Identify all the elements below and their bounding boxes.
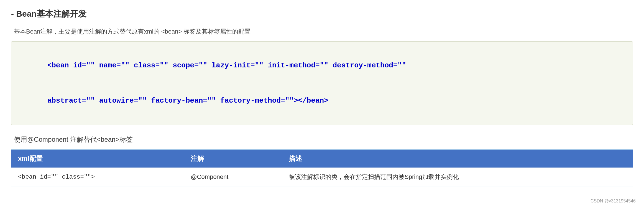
code-attr-factory-bean: factory-bean="" (147, 97, 216, 105)
table-header-annotation: 注解 (184, 150, 282, 168)
code-tag-open: <bean (47, 61, 69, 70)
watermark: CSDN @y3131954546 (591, 199, 636, 204)
code-block: <bean id="" name="" class="" scope="" la… (11, 41, 633, 125)
annotation-table: xml配置 注解 描述 <bean id="" class=""> @Compo… (11, 149, 633, 186)
table-header-description: 描述 (282, 150, 633, 168)
code-attr-class: class="" (129, 61, 168, 70)
table-row: <bean id="" class=""> @Component 被该注解标识的… (11, 168, 633, 186)
code-attr-init: init-method="" (264, 61, 328, 70)
code-attr-factory-method: factory-method="" (216, 97, 294, 105)
page-container: - Bean基本注解开发 基本Bean注解，主要是使用注解的方式替代原有xml的… (11, 8, 633, 186)
code-attr-destroy: destroy-method="" (328, 61, 406, 70)
component-description: 使用@Component 注解替代<bean>标签 (11, 135, 633, 144)
table-header-xml: xml配置 (11, 150, 184, 168)
code-tag-close: ></bean> (294, 97, 328, 105)
code-line-2: abstract="" autowire="" factory-bean="" … (21, 85, 623, 117)
code-attr-name: name="" (95, 61, 129, 70)
section-description: 基本Bean注解，主要是使用注解的方式替代原有xml的 <bean> 标签及其标… (11, 27, 633, 36)
table-cell-description: 被该注解标识的类，会在指定扫描范围内被Spring加载并实例化 (282, 168, 633, 186)
code-attr-scope: scope="" (168, 61, 207, 70)
page-title: - Bean基本注解开发 (11, 8, 633, 20)
table-cell-xml: <bean id="" class=""> (11, 168, 184, 186)
code-attr-id: id="" (69, 61, 95, 70)
code-attr-autowire: autowire="" (95, 97, 147, 105)
code-attr-lazy: lazy-init="" (207, 61, 264, 70)
code-line-1: <bean id="" name="" class="" scope="" la… (21, 49, 623, 82)
table-header-row: xml配置 注解 描述 (11, 150, 633, 168)
code-attr-abstract: abstract="" (47, 97, 95, 105)
table-cell-annotation: @Component (184, 168, 282, 186)
